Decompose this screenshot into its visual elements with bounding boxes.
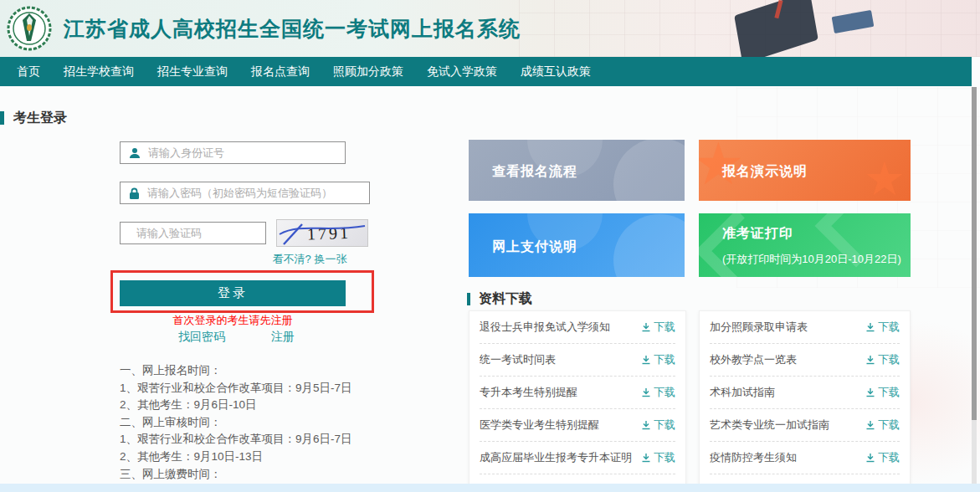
nav-item-major-query[interactable]: 招生专业查询 (157, 64, 228, 79)
download-row: 医学类专业考生特别提醒 下载 (480, 409, 675, 442)
download-icon (865, 420, 875, 430)
first-login-note: 首次登录的考生请先注册 (120, 313, 346, 328)
download-link[interactable]: 下载 (865, 385, 900, 400)
download-link[interactable]: 下载 (865, 418, 900, 433)
section-marker (467, 293, 470, 305)
download-link[interactable]: 下载 (641, 352, 675, 367)
download-item-name: 疫情防控考生须知 (710, 450, 797, 465)
download-row: 艺术类专业统一加试指南 下载 (710, 409, 900, 442)
download-row: 专升本考生特别提醒 下载 (480, 377, 675, 409)
id-number-input[interactable] (148, 146, 336, 159)
nav-item-home[interactable]: 首页 (17, 64, 40, 79)
notice-line: 一、网上报名时间： (120, 362, 454, 380)
downloads-section-title: 资料下载 (479, 290, 532, 308)
download-icon (865, 387, 875, 397)
card-label: 报名演示说明 (722, 163, 808, 181)
download-link[interactable]: 下载 (641, 320, 675, 335)
download-item-name: 艺术类专业统一加试指南 (710, 418, 829, 433)
user-icon (129, 147, 141, 159)
nav-item-bonus-policy[interactable]: 照顾加分政策 (333, 64, 403, 79)
login-section-title: 考生登录 (13, 110, 67, 127)
page: 江苏省成人高校招生全国统一考试网上报名系统 首页 招生学校查询 招生专业查询 报… (0, 0, 980, 492)
download-row: 术科加试指南 下载 (710, 377, 900, 409)
main-nav: 首页 招生学校查询 招生专业查询 报名点查询 照顾加分政策 免试入学政策 成绩互… (0, 57, 972, 86)
schedule-notice: 一、网上报名时间： 1、艰苦行业和校企合作改革项目：9月5日-7日 2、其他考生… (120, 362, 454, 492)
card-label: 准考证打印 (722, 225, 793, 243)
download-item-name: 医学类专业考生特别提醒 (480, 418, 599, 433)
card-view-registration-process[interactable]: 查看报名流程 (469, 140, 685, 201)
notice-line: 1、艰苦行业和校企合作改革项目：9月5日-7日 (120, 380, 454, 397)
download-item-name: 退役士兵申报免试入学须知 (480, 320, 610, 335)
download-row: 加分照顾录取申请表 下载 (710, 311, 900, 344)
notice-line: 三、网上缴费时间： (120, 466, 454, 484)
nav-item-school-query[interactable]: 招生学校查询 (64, 64, 134, 79)
site-logo-icon (7, 6, 52, 51)
register-link[interactable]: 注册 (271, 330, 295, 345)
captcha-refresh-line: 看不清? 换一张 (251, 252, 368, 267)
bottom-strip (0, 484, 980, 492)
card-subtitle: (开放打印时间为10月20日-10月22日) (722, 252, 901, 267)
section-marker (0, 111, 4, 125)
login-button[interactable]: 登录 (120, 280, 346, 306)
download-icon (865, 322, 875, 332)
notice-line: 2、其他考生：9月10日-13日 (120, 448, 454, 466)
download-row: 成高应届毕业生报考专升本证明 下载 (480, 442, 675, 474)
scrollbar-thumb[interactable] (972, 87, 977, 420)
card-label: 网上支付说明 (492, 238, 577, 256)
download-row: 校外教学点一览表 下载 (710, 344, 900, 377)
notice-line: 1、艰苦行业和校企合作改革项目：9月6日-7日 (120, 431, 454, 448)
nav-item-regpoint-query[interactable]: 报名点查询 (251, 64, 310, 79)
download-item-name: 成高应届毕业生报考专升本证明 (480, 450, 632, 465)
download-icon (641, 322, 651, 332)
id-number-field-wrap (120, 141, 346, 164)
nav-item-exemption-policy[interactable]: 免试入学政策 (427, 64, 497, 79)
notice-line: 二、网上审核时间： (120, 414, 454, 432)
download-link[interactable]: 下载 (865, 450, 900, 465)
download-link[interactable]: 下载 (865, 352, 900, 367)
download-icon (641, 387, 651, 397)
find-password-link[interactable]: 找回密码 (178, 330, 225, 345)
captcha-text: 1791 (307, 223, 351, 243)
download-item-name: 校外教学点一览表 (710, 352, 797, 367)
download-row: 退役士兵申报免试入学须知 下载 (480, 311, 675, 344)
nav-item-score-policy[interactable]: 成绩互认政策 (521, 64, 591, 79)
password-input[interactable] (147, 187, 361, 199)
download-item-name: 专升本考生特别提醒 (480, 385, 577, 400)
card-registration-demo[interactable]: 报名演示说明 (699, 140, 911, 201)
captcha-noise-line (284, 224, 302, 244)
password-field-wrap (120, 182, 370, 204)
downloads-panel-right: 加分照顾录取申请表 下载 校外教学点一览表 下载 术科加试指南 下载 艺术类专业… (699, 310, 911, 492)
notice-line: 2、其他考生：9月6日-10日 (120, 397, 454, 414)
captcha-refresh-link[interactable]: 换一张 (314, 253, 346, 265)
download-link[interactable]: 下载 (641, 385, 675, 400)
download-icon (865, 453, 875, 463)
captcha-image[interactable]: 1791 (276, 219, 368, 247)
card-print-admission-ticket[interactable]: 准考证打印 (开放打印时间为10月20日-10月22日) (699, 213, 911, 277)
page-title: 江苏省成人高校招生全国统一考试网上报名系统 (64, 15, 521, 43)
captcha-field-wrap (120, 222, 266, 244)
download-icon (865, 355, 875, 365)
download-icon (641, 355, 651, 365)
download-item-name: 加分照顾录取申请表 (710, 320, 808, 335)
download-item-name: 术科加试指南 (710, 385, 775, 400)
download-icon (641, 420, 651, 430)
download-link[interactable]: 下载 (641, 418, 675, 433)
download-icon (641, 453, 651, 463)
download-row: 统一考试时间表 下载 (480, 344, 675, 377)
card-online-payment-info[interactable]: 网上支付说明 (469, 213, 685, 277)
captcha-refresh-prefix: 看不清? (273, 253, 311, 265)
download-link[interactable]: 下载 (641, 450, 675, 465)
download-row: 疫情防控考生须知 下载 (710, 442, 900, 474)
captcha-input[interactable] (136, 227, 284, 239)
lock-icon (129, 187, 140, 199)
download-link[interactable]: 下载 (865, 320, 900, 335)
downloads-panel-left: 退役士兵申报免试入学须知 下载 统一考试时间表 下载 专升本考生特别提醒 下载 … (469, 310, 686, 492)
download-item-name: 统一考试时间表 (480, 352, 556, 367)
header: 江苏省成人高校招生全国统一考试网上报名系统 (0, 0, 980, 57)
card-label: 查看报名流程 (492, 163, 577, 181)
